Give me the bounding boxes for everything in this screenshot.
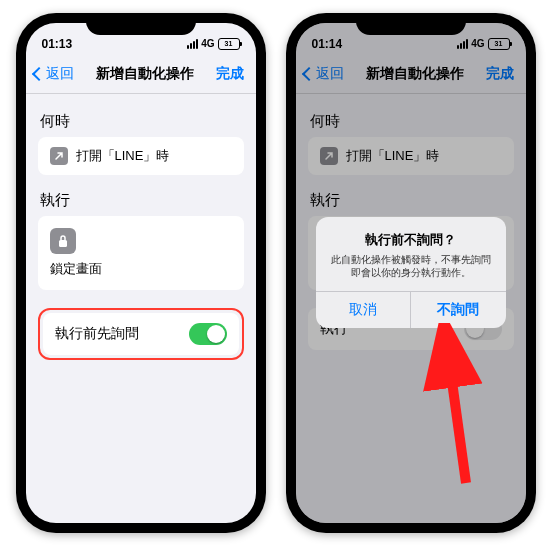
alert-buttons: 取消 不詢問	[316, 291, 506, 328]
network-label: 4G	[201, 38, 214, 49]
back-button[interactable]: 返回	[34, 65, 74, 83]
done-button[interactable]: 完成	[216, 65, 244, 83]
back-label: 返回	[46, 65, 74, 83]
nav-bar: 返回 新增自動化操作 完成	[26, 59, 256, 94]
alert-dialog: 執行前不詢問？ 此自動化操作被觸發時，不事先詢問即會以你的身分執行動作。 取消 …	[316, 217, 506, 328]
notch	[86, 13, 196, 35]
section-when-title: 何時	[40, 112, 242, 131]
action-card[interactable]: 鎖定畫面	[38, 216, 244, 290]
alert-body: 執行前不詢問？ 此自動化操作被觸發時，不事先詢問即會以你的身分執行動作。	[316, 217, 506, 291]
phone-left: 01:13 4G 31 返回 新增自動化操作 完成 何時 打開「LINE」時	[16, 13, 266, 533]
ask-before-label: 執行前先詢問	[55, 325, 139, 343]
alert-title: 執行前不詢問？	[328, 231, 494, 249]
screen-left: 01:13 4G 31 返回 新增自動化操作 完成 何時 打開「LINE」時	[26, 23, 256, 523]
status-time: 01:13	[42, 37, 73, 51]
chevron-left-icon	[31, 66, 45, 80]
ask-before-toggle[interactable]	[189, 323, 227, 345]
when-text: 打開「LINE」時	[76, 147, 170, 165]
alert-message: 此自動化操作被觸發時，不事先詢問即會以你的身分執行動作。	[328, 253, 494, 279]
modal-overlay: 執行前不詢問？ 此自動化操作被觸發時，不事先詢問即會以你的身分執行動作。 取消 …	[296, 23, 526, 523]
lock-icon	[50, 228, 76, 254]
battery-icon: 31	[218, 38, 240, 50]
phone-right: 01:14 4G 31 返回 新增自動化操作 完成 何時 打開「LINE」時	[286, 13, 536, 533]
alert-cancel-button[interactable]: 取消	[316, 292, 412, 328]
app-open-icon	[50, 147, 68, 165]
action-label: 鎖定畫面	[50, 260, 102, 278]
alert-confirm-button[interactable]: 不詢問	[411, 292, 506, 328]
section-do-title: 執行	[40, 191, 242, 210]
svg-rect-0	[59, 240, 67, 247]
when-card[interactable]: 打開「LINE」時	[38, 137, 244, 175]
signal-icon	[187, 39, 198, 49]
highlight-ring: 執行前先詢問	[38, 308, 244, 360]
nav-title: 新增自動化操作	[96, 65, 194, 83]
content-area: 何時 打開「LINE」時 執行 鎖定畫面 執行前先詢問	[26, 94, 256, 370]
status-right: 4G 31	[187, 38, 239, 50]
ask-before-row[interactable]: 執行前先詢問	[43, 313, 239, 355]
notch	[356, 13, 466, 35]
screen-right: 01:14 4G 31 返回 新增自動化操作 完成 何時 打開「LINE」時	[296, 23, 526, 523]
